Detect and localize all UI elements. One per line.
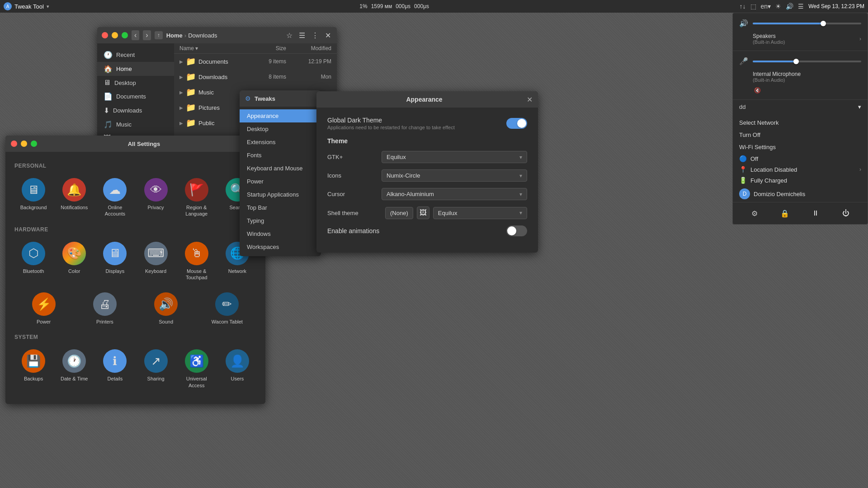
- shell-none-box: (None): [385, 207, 413, 219]
- sidebar-music[interactable]: 🎵 Music: [97, 117, 174, 131]
- settings-region-language[interactable]: 🚩 Region & Language: [178, 174, 216, 222]
- settings-min-btn[interactable]: [21, 141, 27, 147]
- sidebar-recent[interactable]: 🕐 Recent: [97, 48, 174, 62]
- tweaks-item-power[interactable]: Power: [240, 175, 321, 188]
- app-title[interactable]: Tweak Tool: [14, 3, 44, 10]
- file-table-header: Name ▾ Size Modified: [174, 43, 337, 54]
- file-manager-close-btn[interactable]: [102, 32, 108, 38]
- appearance-window: Appearance ✕ Global Dark Theme Applicati…: [316, 91, 538, 253]
- settings-close-btn[interactable]: [11, 141, 17, 147]
- shell-select[interactable]: Equilux ▾: [433, 207, 527, 219]
- sidebar-downloads[interactable]: ⬇ Downloads: [97, 103, 174, 117]
- power-control-btn[interactable]: ⏻: [839, 206, 853, 221]
- file-row-documents[interactable]: ▶ 📁 Documents 9 items 12:19 PM: [174, 54, 337, 69]
- tweaks-item-startup-apps[interactable]: Startup Applications: [240, 188, 321, 201]
- global-dark-toggle[interactable]: [506, 118, 527, 129]
- settings-backups[interactable]: 💾 Backups: [14, 345, 52, 393]
- pause-control-btn[interactable]: ⏸: [808, 206, 823, 221]
- volume-icon[interactable]: 🔊: [786, 3, 793, 10]
- animations-toggle[interactable]: [506, 225, 527, 236]
- tweaks-item-keyboard-mouse[interactable]: Keyboard and Mouse: [240, 162, 321, 175]
- mic-slider[interactable]: [753, 61, 861, 62]
- tweaks-item-fonts[interactable]: Fonts: [240, 149, 321, 162]
- file-manager-min-btn[interactable]: [112, 32, 118, 38]
- settings-background[interactable]: 🖥 Background: [14, 174, 52, 222]
- cursor-select[interactable]: Alkano-Aluminium ▾: [382, 188, 527, 200]
- app-dropdown-arrow[interactable]: ▾: [47, 4, 49, 9]
- shell-icon-btn[interactable]: 🖼: [417, 206, 429, 219]
- datetime: Wed Sep 13, 12:23 PM: [808, 3, 864, 9]
- settings-displays[interactable]: 🖥 Displays: [96, 237, 134, 286]
- screen-icon[interactable]: ⬚: [750, 3, 756, 10]
- backups-label: Backups: [24, 375, 43, 382]
- view-menu-icon[interactable]: ⋮: [310, 30, 320, 41]
- tray-turn-off[interactable]: Turn Off: [733, 129, 868, 141]
- tweaks-icon: ⚙: [245, 95, 251, 102]
- tweaks-item-workspaces[interactable]: Workspaces: [240, 240, 321, 253]
- settings-bluetooth[interactable]: ⬡ Bluetooth: [14, 237, 52, 286]
- file-close-icon[interactable]: ✕: [324, 30, 332, 41]
- users-label: Users: [231, 375, 244, 382]
- network-icon[interactable]: ↑↓: [740, 3, 746, 10]
- settings-sharing[interactable]: ↗ Sharing: [137, 345, 175, 393]
- settings-details[interactable]: ℹ Details: [96, 345, 134, 393]
- file-row-downloads[interactable]: ▶ 📁 Downloads 8 items Mon: [174, 69, 337, 84]
- tweaks-item-extensions[interactable]: Extensions: [240, 136, 321, 149]
- menu-icon[interactable]: ☰: [798, 3, 804, 10]
- location-icon: 📍: [739, 166, 747, 173]
- file-manager-up-btn[interactable]: ↑: [155, 31, 163, 39]
- settings-power[interactable]: ⚡ Power: [14, 288, 73, 329]
- location-label: Location Disabled: [750, 166, 797, 173]
- settings-color[interactable]: 🎨 Color: [55, 237, 93, 286]
- tweaks-item-appearance[interactable]: Appearance: [240, 109, 321, 122]
- file-manager-forward-btn[interactable]: ›: [143, 30, 151, 40]
- settings-users[interactable]: 👤 Users: [218, 345, 256, 393]
- settings-printers[interactable]: 🖨 Printers: [75, 288, 134, 329]
- settings-control-btn[interactable]: ⚙: [747, 206, 762, 221]
- network-dropdown-icon[interactable]: ▾: [858, 103, 861, 110]
- settings-mouse-touchpad[interactable]: 🖱 Mouse & Touchpad: [178, 237, 216, 286]
- sidebar-documents[interactable]: 📄 Documents: [97, 89, 174, 103]
- sidebar-desktop[interactable]: 🖥 Desktop: [97, 76, 174, 89]
- settings-sound[interactable]: 🔊 Sound: [137, 288, 195, 329]
- path-home[interactable]: Home: [166, 32, 183, 39]
- hardware-settings-grid: ⬡ Bluetooth 🎨 Color 🖥 Displays ⌨ Keyboar…: [14, 237, 256, 286]
- tweaks-item-desktop[interactable]: Desktop: [240, 122, 321, 136]
- lang-selector[interactable]: en▾: [761, 3, 771, 10]
- settings-online-accounts[interactable]: ☁ Online Accounts: [96, 174, 134, 222]
- settings-keyboard[interactable]: ⌨ Keyboard: [137, 237, 175, 286]
- tray-select-network[interactable]: Select Network: [733, 117, 868, 129]
- section-system-label: System: [14, 334, 256, 340]
- brightness-icon[interactable]: ☀: [775, 3, 781, 10]
- icons-select[interactable]: Numix-Circle ▾: [382, 169, 527, 182]
- expand-downloads-icon: ▶: [179, 75, 186, 80]
- lock-control-btn[interactable]: 🔒: [778, 206, 792, 221]
- tray-network-section: dd ▾: [733, 100, 868, 117]
- desktop-label: Desktop: [114, 80, 136, 86]
- settings-notifications[interactable]: 🔔 Notifications: [55, 174, 93, 222]
- view-list-icon[interactable]: ☰: [297, 30, 307, 41]
- bookmark-icon[interactable]: ☆: [285, 30, 294, 41]
- volume-slider[interactable]: [753, 23, 861, 24]
- wacom-label: Wacom Tablet: [212, 319, 243, 325]
- sidebar-home[interactable]: 🏠 Home: [97, 62, 174, 76]
- settings-universal-access[interactable]: ♿ Universal Access: [178, 345, 216, 393]
- path-downloads[interactable]: Downloads: [188, 32, 217, 39]
- tweaks-item-top-bar[interactable]: Top Bar: [240, 201, 321, 214]
- background-icon: 🖥: [22, 178, 45, 202]
- file-manager-back-btn[interactable]: ‹: [132, 30, 139, 40]
- settings-wacom[interactable]: ✏ Wacom Tablet: [198, 288, 256, 329]
- app-icon[interactable]: A: [4, 2, 12, 10]
- topbar: A Tweak Tool ▾ 1% 1599 мм 000μs 000μs ↑↓…: [0, 0, 868, 13]
- tray-bottom-controls: ⚙ 🔒 ⏸ ⏻: [733, 202, 868, 224]
- settings-privacy[interactable]: 👁 Privacy: [137, 174, 175, 222]
- tray-wifi-settings[interactable]: Wi-Fi Settings: [733, 141, 868, 153]
- appearance-close-btn[interactable]: ✕: [527, 95, 533, 104]
- settings-max-btn[interactable]: [31, 141, 37, 147]
- tweaks-item-typing[interactable]: Typing: [240, 214, 321, 227]
- settings-datetime[interactable]: 🕐 Date & Time: [55, 345, 93, 393]
- gtk-select[interactable]: Equilux ▾: [382, 151, 527, 163]
- tweaks-item-windows[interactable]: Windows: [240, 227, 321, 240]
- tray-wifi-off[interactable]: 🔵 Off: [733, 153, 868, 164]
- file-manager-max-btn[interactable]: [122, 32, 128, 38]
